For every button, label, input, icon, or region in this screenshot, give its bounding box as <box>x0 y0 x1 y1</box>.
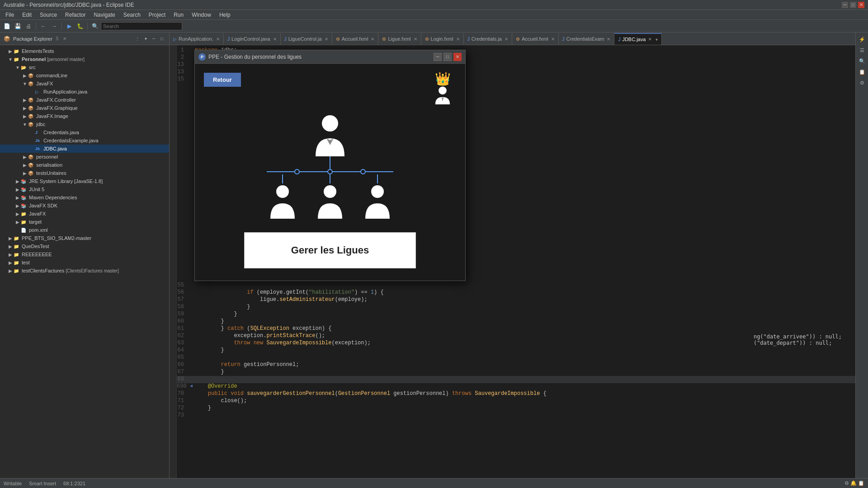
tab-accueil-fxml[interactable]: ⚙ Accueil.fxml ✕ <box>332 33 379 45</box>
package-explorer-x[interactable]: ✕ <box>63 36 66 41</box>
tree-item-src[interactable]: ▼ 📂 src <box>0 63 169 71</box>
tab-close-icon[interactable]: ✕ <box>505 37 508 42</box>
tree-label: testClientsFactures <box>22 268 64 273</box>
maximize-button[interactable]: □ <box>850 2 856 8</box>
back-button[interactable]: ← <box>38 21 48 31</box>
right-icon-2[interactable]: ☰ <box>857 45 867 55</box>
project-icon: 📁 <box>14 251 21 258</box>
collapse-all-button[interactable]: ⋮ <box>134 35 141 42</box>
tree-item-javafx[interactable]: ▼ 📦 JavaFX <box>0 80 169 88</box>
right-icon-3[interactable]: 🔍 <box>857 56 867 66</box>
tab-login-control[interactable]: J LoginControl.java ✕ <box>224 33 281 45</box>
debug-button[interactable]: 🐛 <box>75 21 85 31</box>
tree-item-personnel-pkg[interactable]: ▶ 📦 personnel <box>0 153 169 161</box>
tab-jdbc[interactable]: J JDBC.java ✕ ▾ <box>614 33 662 45</box>
tree-item-que-des-test[interactable]: ▶ 📁 QueDesTest <box>0 242 169 250</box>
tree-item-credentials-example[interactable]: ▶ Js CredentialsExample.java <box>0 136 169 145</box>
menu-search[interactable]: Search <box>120 11 144 19</box>
maximize-panel-button[interactable]: □ <box>158 35 165 42</box>
menu-navigate[interactable]: Navigate <box>90 11 118 19</box>
org-person-bottom-3 <box>363 174 392 219</box>
tab-fxml-icon: ⚙ <box>382 37 386 42</box>
tree-item-javafx-graphique[interactable]: ▶ 📦 JavaFX.Graphique <box>0 104 169 112</box>
tree-item-jdbc[interactable]: ▼ 📦 jdbc <box>0 120 169 128</box>
tree-item-elements-tests[interactable]: ▶ 📁 ElementsTests <box>0 47 169 55</box>
tree-item-jdbc-java[interactable]: ▶ Js JDBC.java <box>0 145 169 153</box>
search-toolbar-button[interactable]: 🔍 <box>90 21 100 31</box>
tab-label: LoginControl.java <box>231 36 270 42</box>
title-bar: Australie - Personnel/src/jdbc/JDBC.java… <box>0 0 868 10</box>
tree-item-reeeeeeee[interactable]: ▶ 📁 REEEEEEEE <box>0 250 169 258</box>
minimize-panel-button[interactable]: ─ <box>150 35 157 42</box>
tree-item-serialisation[interactable]: ▶ 📦 serialisation <box>0 161 169 169</box>
tree-item-maven[interactable]: ▶ 📚 Maven Dependencies <box>0 193 169 202</box>
menu-window[interactable]: Window <box>188 11 215 19</box>
tab-close-icon[interactable]: ✕ <box>216 37 220 42</box>
tree-item-personnel[interactable]: ▼ 📁 Personnel [personnel master] <box>0 55 169 63</box>
package-icon: 📦 <box>28 169 35 177</box>
save-button[interactable]: 💾 <box>13 21 23 31</box>
tree-item-javafx-sdk[interactable]: ▶ 📚 JavaFX SDK <box>0 202 169 210</box>
dialog-restore-button[interactable]: □ <box>443 53 452 61</box>
dialog-close-button[interactable]: ✕ <box>453 53 462 61</box>
tree-item-target[interactable]: ▶ 📁 target <box>0 218 169 226</box>
tab-login-fxml[interactable]: ⚙ Login.fxml ✕ <box>421 33 464 45</box>
minimize-button[interactable]: ─ <box>842 2 848 8</box>
tree-item-javafx-controller[interactable]: ▶ 📦 JavaFX.Controller <box>0 96 169 104</box>
tree-label: REEEEEEEE <box>22 252 52 257</box>
tree-item-credentials[interactable]: ▶ J Credentials.java <box>0 128 169 136</box>
tree-item-ppe-bts[interactable]: ▶ 📁 PPE_BTS_SIO_SLAM2-master <box>0 234 169 242</box>
tree-item-tests-unitaires[interactable]: ▶ 📦 testsUnitaires <box>0 169 169 177</box>
tree-item-run-application[interactable]: ▶ ▷ RunApplication.java <box>0 88 169 96</box>
right-icon-5[interactable]: ⚙ <box>857 78 867 88</box>
tree-item-junit5[interactable]: ▶ 📚 JUnit 5 <box>0 185 169 193</box>
tab-close-icon[interactable]: ✕ <box>325 37 328 42</box>
tab-extra-menu[interactable]: ▾ <box>656 37 658 42</box>
menu-help[interactable]: Help <box>216 11 234 19</box>
code-text: } <box>195 304 250 310</box>
gerer-ligues-button[interactable]: Gerer les Ligues <box>244 232 416 268</box>
tab-ligue-fxml[interactable]: ⚙ Ligue.fxml ✕ <box>378 33 421 45</box>
tab-close-icon[interactable]: ✕ <box>414 37 417 42</box>
tab-close-icon[interactable]: ✕ <box>551 37 555 42</box>
menu-source[interactable]: Source <box>36 11 61 19</box>
right-icon-1[interactable]: ⚡ <box>857 34 867 44</box>
new-button[interactable]: 📄 <box>2 21 12 31</box>
forward-button[interactable]: → <box>49 21 59 31</box>
menu-project[interactable]: Project <box>145 11 169 19</box>
tree-label: pom.xml <box>29 227 48 233</box>
tab-accueil-fxml2[interactable]: ⚙ Accueil.fxml ✕ <box>512 33 559 45</box>
tab-run-application[interactable]: ▷ RunApplication. ✕ <box>170 33 224 45</box>
tab-close-icon[interactable]: ✕ <box>371 37 374 42</box>
tab-close-icon[interactable]: ✕ <box>607 37 610 42</box>
menu-run[interactable]: Run <box>170 11 187 19</box>
dialog-minimize-button[interactable]: ─ <box>434 53 442 61</box>
tree-item-javafx-root[interactable]: ▶ 📁 JavaFX <box>0 210 169 218</box>
package-icon: 📦 <box>28 153 35 160</box>
tree-item-test[interactable]: ▶ 📁 test <box>0 258 169 267</box>
run-button[interactable]: ▶ <box>64 21 74 31</box>
tree-label: ElementsTests <box>22 48 54 54</box>
tab-credentials-exam[interactable]: J CredentialsExam ✕ <box>559 33 615 45</box>
tree-label: JavaFX.Controller <box>36 97 76 103</box>
tree-item-commandline[interactable]: ▶ 📦 commandLine <box>0 71 169 80</box>
search-input[interactable] <box>101 22 182 30</box>
panel-menu-button[interactable]: ▾ <box>142 35 149 42</box>
menu-edit[interactable]: Edit <box>19 11 35 19</box>
tree-item-test-clients[interactable]: ▶ 📁 testClientsFactures [ClientsEtFactur… <box>0 267 169 275</box>
right-icon-4[interactable]: 📋 <box>857 67 867 77</box>
tree-item-javafx-image[interactable]: ▶ 📦 JavaFX.Image <box>0 112 169 120</box>
menu-refactor[interactable]: Refactor <box>61 11 89 19</box>
status-right-icons: ⚙ 🔔 📋 <box>844 480 864 486</box>
tab-close-icon[interactable]: ✕ <box>456 37 460 42</box>
tree-item-pom[interactable]: ▶ 📄 pom.xml <box>0 226 169 234</box>
close-button[interactable]: ✕ <box>858 2 864 8</box>
tab-ligue-control[interactable]: J LigueControl.ja ✕ <box>281 33 332 45</box>
tab-credentials[interactable]: J Credentials.ja ✕ <box>464 33 512 45</box>
tree-arrow: ▶ <box>7 244 14 249</box>
print-button[interactable]: 🖨 <box>24 21 33 31</box>
menu-file[interactable]: File <box>2 11 18 19</box>
tab-close-icon[interactable]: ✕ <box>273 37 277 42</box>
tree-item-jre[interactable]: ▶ 📚 JRE System Library [JavaSE-1.8] <box>0 177 169 185</box>
retour-button[interactable]: Retour <box>204 73 241 87</box>
